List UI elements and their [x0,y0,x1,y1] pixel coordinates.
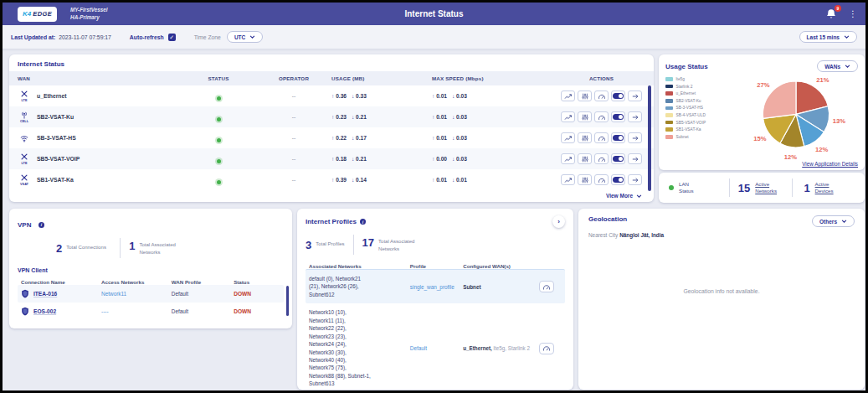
chart-action-button[interactable] [561,90,575,101]
vpn-table-row: EOS-002----DefaultDOWN [18,303,284,320]
configure-action-button[interactable] [578,153,592,164]
configure-action-button[interactable] [578,174,592,185]
details-arrow-button[interactable] [628,90,642,101]
header-actions: 9 ⋮ [825,8,857,20]
active-networks-count: 15 [738,182,750,194]
view-application-details-link[interactable]: View Application Details [802,161,858,167]
legend-item: SB5-VSAT-VOIP [665,121,734,125]
chevron-down-icon [249,35,255,39]
wan-status-cell [181,152,256,167]
time-range-select[interactable]: Last 15 mins [799,31,857,43]
legend-label: SB1-VSAT-Ka [676,127,701,132]
timezone-select[interactable]: UTC [227,31,263,43]
chevron-down-icon [636,194,642,198]
chart-action-button[interactable] [561,174,575,185]
info-icon[interactable]: i [360,219,366,225]
wan-status-cell [181,131,256,146]
legend-swatch [665,135,673,139]
internet-status-card: Internet Status WAN STATUS OPERATOR USAG… [9,54,654,202]
configure-action-button[interactable] [578,111,592,122]
vpn-scrollbar[interactable] [286,286,290,316]
divider [353,235,354,255]
cell-icon: CELL [18,111,31,123]
wan-actions [557,111,645,122]
enable-toggle[interactable] [611,90,625,101]
internet-profiles-title: Internet Profiles [306,218,357,225]
profile-name-link[interactable]: Default [410,345,463,351]
chart-action-button[interactable] [561,153,575,164]
speedtest-action-button[interactable] [539,281,554,292]
legend-item: SB1-VSAT-Ka [665,127,734,132]
toolbar: Last Updated at: 2023-11-07 07:59:17 Aut… [3,25,865,49]
internet-status-title: Internet Status [9,54,654,71]
chevron-down-icon [844,35,850,39]
vpn-title: VPN [18,221,31,229]
wifi-icon [18,134,31,142]
column-wan: WAN [18,75,181,81]
table-scrollbar[interactable] [648,85,651,191]
speedtest-action-button[interactable] [594,174,609,185]
vpn-total-networks-value: 1 [129,240,135,251]
vpn-access-networks[interactable]: ---- [101,308,172,314]
details-arrow-button[interactable] [628,132,642,143]
internet-status-rows: LTEu_Ethernet--↑ 0.36↓ 0.33↑ 0.01↓ 0.03C… [9,85,654,190]
speedtest-action-button[interactable] [539,343,554,354]
shield-icon [21,289,29,299]
vpn-access-networks[interactable]: Network11 [101,291,172,297]
kebab-menu-icon[interactable]: ⋮ [849,10,857,18]
chart-action-button[interactable] [561,132,575,143]
enable-toggle[interactable] [611,132,625,143]
view-more-link[interactable]: View More [606,193,642,199]
enable-toggle[interactable] [611,111,625,122]
auto-refresh-checkbox[interactable]: ✓ [168,34,176,41]
chevron-down-icon [845,65,850,68]
legend-swatch [665,113,673,117]
speedtest-action-button[interactable] [594,111,609,122]
details-arrow-button[interactable] [628,111,642,122]
chart-action-button[interactable] [561,111,575,122]
wan-name[interactable]: u_Ethernet [37,93,67,99]
geolocation-empty-message: Geolocation info not available. [578,288,865,294]
wan-name[interactable]: SB2-VSAT-Ku [37,114,74,120]
details-arrow-button[interactable] [628,153,642,164]
vpn-connection-name[interactable]: EOS-002 [21,307,101,317]
lan-status-card: LAN Status 15 Active Networks 1 Active D… [659,173,865,203]
vpn-total-connections-label: Total Connections [66,243,111,251]
enable-toggle[interactable] [611,153,625,164]
column-max-speed: MAX SPEED (Mbps) [432,75,557,81]
column-configured-wans: Configured WAN(s) [463,263,539,269]
usage-filter-select[interactable]: WANs [817,60,858,72]
usage-filter-value: WANs [824,64,840,70]
toggle-on [613,135,624,141]
wan-name[interactable]: SB-3-VSAT-HS [37,135,76,141]
divider [120,238,121,258]
pie-slice-label: 13% [833,117,845,125]
wan-operator: -- [256,135,331,141]
enable-toggle[interactable] [611,174,625,185]
configure-action-button[interactable] [578,132,592,143]
speedtest-action-button[interactable] [594,153,609,164]
vpn-connection-name[interactable]: ITEA-016 [21,289,101,299]
speedtest-action-button[interactable] [594,132,609,143]
expand-profiles-button[interactable]: › [552,215,565,228]
wan-name[interactable]: SB1-VSAT-Ka [37,177,74,183]
speedtest-action-button[interactable] [594,90,609,101]
usage-status-title: Usage Status [665,63,708,70]
wan-actions [557,90,645,101]
info-icon[interactable]: i [39,222,44,228]
active-devices-link[interactable]: Active Devices [815,181,844,195]
active-devices-count: 1 [804,182,809,194]
wan-icon-label: CELL [20,120,28,123]
legend-label: lte5g [676,77,685,81]
top-header: K4 EDGE MY-FirstVessel HA-Primary Intern… [3,3,865,25]
profile-name-link[interactable]: single_wan_profile [410,284,463,290]
vpn-status-badge: DOWN [234,308,280,314]
configure-action-button[interactable] [578,90,592,101]
wan-name[interactable]: SB5-VSAT-VOIP [37,156,80,162]
wan-table-row: LTESB5-VSAT-VOIP--↑ 0.18↓ 0.21↑ 0.00↓ 0.… [9,148,654,169]
details-arrow-button[interactable] [628,174,642,185]
notifications-button[interactable]: 9 [825,8,837,20]
active-networks-link[interactable]: Active Networks [755,181,783,195]
geolocation-filter-select[interactable]: Others [812,215,855,227]
wan-max-speed: ↑ 0.00↓ 0.03 [432,156,557,162]
